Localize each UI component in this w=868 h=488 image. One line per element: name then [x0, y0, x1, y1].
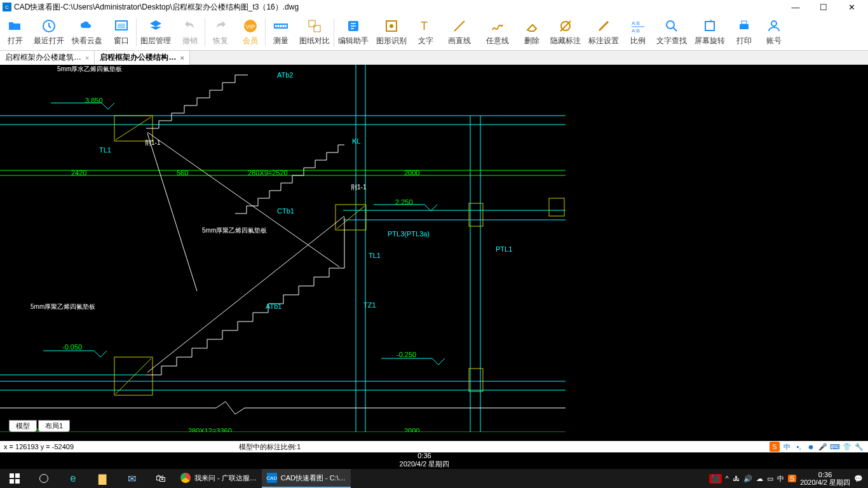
toolbar-noteset[interactable]: 标注设置: [585, 15, 623, 50]
skin-icon[interactable]: 👕: [842, 442, 852, 452]
drawing-canvas[interactable]: ATb2 3.850 5mm厚水乙烯四氟垫板 TL1 剖1-1 KL 2420 …: [0, 65, 868, 432]
toolbar-measure[interactable]: 测量: [266, 15, 295, 50]
doc-tab[interactable]: 启程框架办公楼结构…×: [95, 51, 189, 65]
toolbar-window[interactable]: 窗口: [106, 15, 136, 50]
ime-zh-icon[interactable]: 中: [782, 442, 792, 452]
label-atb1: ATb1: [266, 302, 281, 310]
label-dim-280x12: 280X12=3360: [188, 427, 232, 432]
toolbar-label: 文字查找: [656, 36, 687, 46]
tab-close-icon[interactable]: ×: [180, 54, 184, 62]
svg-rect-42: [469, 369, 483, 391]
toolbar-recent[interactable]: 最近打开: [30, 15, 68, 50]
open-icon: [8, 18, 23, 34]
undo-icon: [182, 18, 198, 34]
svg-rect-50: [10, 473, 14, 478]
layout-tab[interactable]: 模型: [9, 420, 37, 432]
title-app: CAD快速看图: [14, 2, 60, 13]
label-kl: KL: [352, 137, 360, 145]
toolbar-compare[interactable]: 图纸对比: [295, 15, 334, 50]
toolbar-layers[interactable]: 图层管理: [137, 15, 175, 50]
tray-battery-icon[interactable]: ▭: [767, 475, 773, 483]
minimize-button[interactable]: —: [782, 3, 810, 12]
toolbar-label: 屏幕旋转: [695, 36, 725, 46]
toolbar-label: 打印: [736, 36, 752, 46]
scale-icon: A:BA:B: [630, 18, 646, 34]
tray-app-icon[interactable]: ⬛: [709, 474, 722, 484]
toolbar-cloud[interactable]: 快看云盘: [68, 15, 106, 50]
tray-volume-icon[interactable]: 🔊: [743, 475, 752, 483]
toolbar-scale[interactable]: A:BA:B比例: [623, 15, 653, 50]
tab-close-icon[interactable]: ×: [85, 54, 89, 62]
toolbar-recog[interactable]: 图形识别: [372, 15, 410, 50]
svg-rect-53: [15, 479, 20, 484]
tray-network-icon[interactable]: 🖧: [733, 475, 740, 482]
svg-rect-20: [705, 22, 714, 30]
label-ctb1: CTb1: [277, 207, 294, 215]
maximize-button[interactable]: ☐: [810, 3, 837, 12]
svg-text:A:B: A:B: [632, 20, 640, 26]
taskbar-app-label: 我来问 - 广联达服…: [194, 473, 257, 483]
time-text: 0:36: [417, 452, 431, 459]
toolbar-label: 画直线: [448, 36, 471, 46]
toolbar-textfind[interactable]: 文字查找: [653, 15, 691, 50]
toolbar-erase[interactable]: 删除: [517, 15, 546, 50]
doc-tab[interactable]: 启程框架办公楼建筑…×: [0, 51, 95, 65]
taskbar-app[interactable]: CADCAD快速看图 - C:\…: [262, 469, 351, 488]
toolbar-redo[interactable]: 恢复: [205, 15, 235, 50]
explorer-button[interactable]: ▇: [88, 469, 117, 488]
toolbar-line[interactable]: 画直线: [440, 15, 478, 50]
label-dim-560: 560: [177, 169, 188, 177]
toolbar-rotate[interactable]: 屏幕旋转: [691, 15, 729, 50]
editaid-icon: [346, 18, 361, 34]
toolbar-undo[interactable]: 撤销: [175, 15, 205, 50]
notification-icon[interactable]: 💬: [854, 475, 863, 483]
doc-tab-label: 启程框架办公楼建筑…: [5, 52, 81, 63]
edge-button[interactable]: e: [58, 469, 88, 488]
svg-rect-22: [742, 21, 747, 24]
label-tz1: TZ1: [363, 301, 376, 309]
tray-sogou-icon[interactable]: S: [788, 475, 796, 482]
vip-icon: VIP: [243, 18, 258, 34]
tray-up-icon[interactable]: ^: [726, 475, 729, 482]
cortana-button[interactable]: [29, 469, 58, 488]
toolbar-print[interactable]: 打印: [729, 15, 759, 50]
toolbar-text[interactable]: T文字: [410, 15, 440, 50]
toolbar-label: 窗口: [114, 36, 129, 46]
label-dim-2000: 2000: [404, 169, 419, 177]
toolbar-open[interactable]: 打开: [0, 15, 30, 50]
toolbar-anyline[interactable]: 任意线: [478, 15, 517, 50]
windows-taskbar: e ▇ ✉ 🛍 我来问 - 广联达服…CADCAD快速看图 - C:\… ⬛ ^…: [0, 469, 868, 488]
layout-tab[interactable]: 布局1: [38, 420, 70, 432]
ime-punct-icon[interactable]: •,: [794, 442, 804, 452]
mic-icon[interactable]: 🎤: [818, 442, 828, 452]
close-button[interactable]: ✕: [837, 3, 865, 12]
label-dim-280x9: 280X9=2520: [248, 169, 288, 177]
keyboard-icon[interactable]: ⌨: [830, 442, 840, 452]
smiley-icon[interactable]: ☻: [806, 442, 816, 452]
status-bar: x = 126193 y = -52409 模型中的标注比例:1 S 中 •, …: [0, 441, 868, 452]
store-button[interactable]: 🛍: [146, 469, 175, 488]
toolbar-vip[interactable]: VIP会员: [235, 15, 265, 50]
toolbar-hidenote[interactable]: 隐藏标注: [546, 15, 585, 50]
start-button[interactable]: [0, 469, 29, 488]
toolbar-label: 编辑助手: [338, 36, 369, 46]
taskbar-app[interactable]: 我来问 - 广联达服…: [175, 469, 262, 488]
tool-icon[interactable]: 🔧: [854, 442, 864, 452]
measure-icon: [273, 18, 288, 34]
tray-onedrive-icon[interactable]: ☁: [756, 475, 763, 483]
toolbar-label: 打开: [8, 36, 23, 46]
layout-tabs: 模型布局1: [9, 420, 71, 432]
label-elev-225: 2.250: [395, 198, 413, 206]
svg-rect-21: [740, 24, 749, 29]
mail-button[interactable]: ✉: [117, 469, 146, 488]
noteset-icon: [596, 18, 611, 34]
svg-line-47: [147, 132, 339, 267]
svg-line-46: [337, 206, 365, 229]
svg-rect-52: [10, 479, 14, 484]
tray-ime-zh[interactable]: 中: [777, 474, 784, 484]
ime-s-icon[interactable]: S: [770, 442, 780, 452]
tray-clock[interactable]: 0:36 2020/4/2 星期四: [800, 471, 850, 486]
toolbar-editaid[interactable]: 编辑助手: [334, 15, 372, 50]
toolbar-account[interactable]: 账号: [759, 15, 789, 50]
scale-readout: 模型中的标注比例:1: [239, 442, 301, 452]
